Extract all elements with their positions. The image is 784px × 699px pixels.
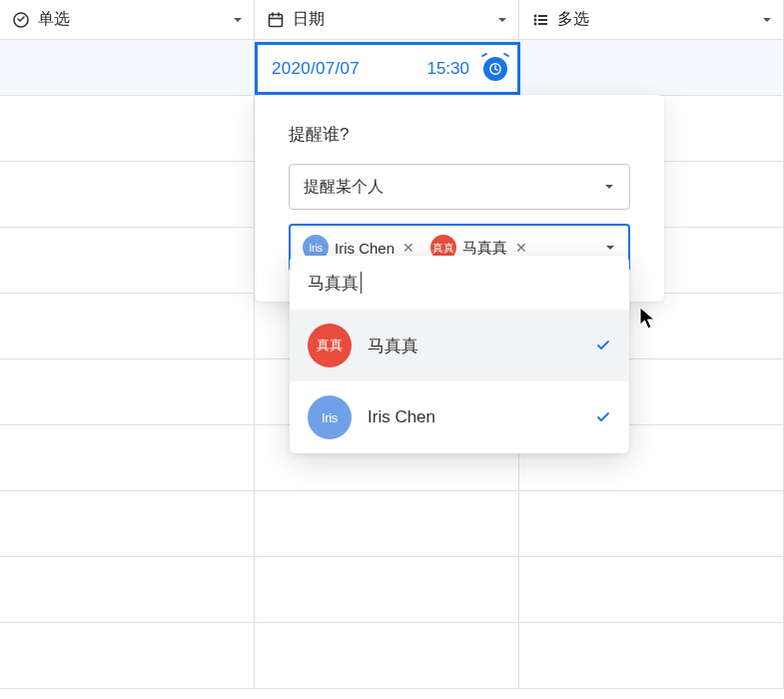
people-dropdown: 马真真 真真 马真真 Iris Iris Chen <box>290 256 629 453</box>
column-header-single-select[interactable]: 单选 <box>0 0 255 39</box>
table-row[interactable] <box>0 557 784 623</box>
chip-name: Iris Chen <box>335 240 394 257</box>
calendar-icon <box>267 11 285 29</box>
search-query-text: 马真真 <box>308 272 362 295</box>
people-option[interactable]: Iris Iris Chen <box>290 381 629 453</box>
remove-chip-icon[interactable]: ✕ <box>400 240 416 256</box>
remove-chip-icon[interactable]: ✕ <box>513 240 529 256</box>
chevron-down-icon <box>603 181 615 193</box>
time-value: 15:30 <box>426 59 469 79</box>
reminder-mode-label: 提醒某个人 <box>304 177 384 198</box>
column-title: 日期 <box>293 9 325 30</box>
column-headers: 单选 日期 多选 <box>0 0 784 40</box>
multi-select-icon <box>531 11 549 29</box>
table-row[interactable] <box>0 491 784 557</box>
column-title: 单选 <box>38 9 70 30</box>
date-value: 2020/07/07 <box>272 59 360 79</box>
option-name: Iris Chen <box>368 407 579 427</box>
svg-rect-5 <box>538 19 547 21</box>
svg-rect-7 <box>538 23 547 25</box>
people-search-input[interactable]: 马真真 <box>290 256 629 310</box>
single-select-icon <box>12 11 30 29</box>
check-icon <box>595 338 611 353</box>
column-header-date[interactable]: 日期 <box>255 0 519 39</box>
svg-point-4 <box>534 18 537 21</box>
svg-rect-3 <box>538 15 547 17</box>
alarm-icon[interactable] <box>483 57 507 81</box>
table-row[interactable] <box>0 623 784 689</box>
chevron-down-icon[interactable] <box>232 14 244 26</box>
reminder-prompt: 提醒谁? <box>289 123 630 146</box>
reminder-mode-select[interactable]: 提醒某个人 <box>289 164 630 210</box>
svg-point-2 <box>534 14 537 17</box>
text-caret <box>361 272 362 294</box>
date-time-input[interactable]: 2020/07/07 15:30 <box>255 42 520 95</box>
chevron-down-icon[interactable] <box>604 242 616 254</box>
chevron-down-icon[interactable] <box>496 14 508 26</box>
svg-point-6 <box>534 22 537 25</box>
check-icon <box>595 409 611 425</box>
column-header-multi-select[interactable]: 多选 <box>519 0 784 39</box>
people-option[interactable]: 真真 马真真 <box>290 310 629 381</box>
avatar: Iris <box>308 395 352 439</box>
option-name: 马真真 <box>368 335 579 357</box>
chevron-down-icon[interactable] <box>761 14 773 26</box>
column-title: 多选 <box>557 9 589 30</box>
avatar: 真真 <box>308 324 352 367</box>
svg-rect-1 <box>270 14 283 26</box>
chip-name: 马真真 <box>462 239 507 258</box>
